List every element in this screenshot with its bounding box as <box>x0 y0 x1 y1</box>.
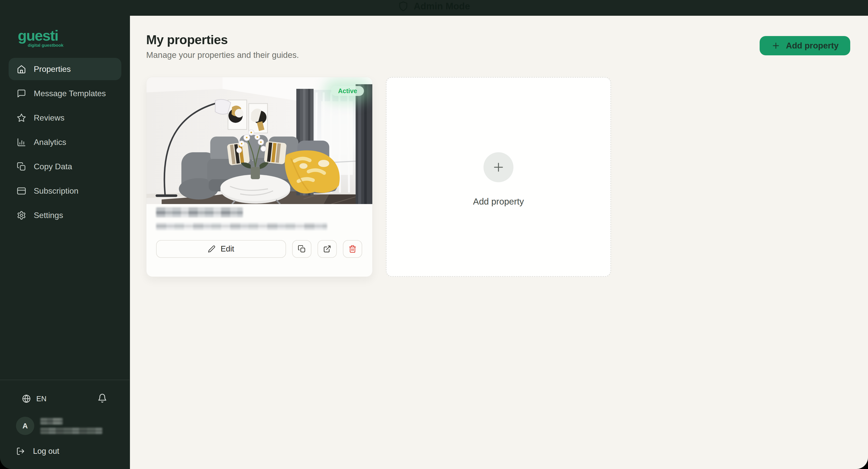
redacted-user-name <box>40 418 63 425</box>
status-badge: Active <box>331 86 364 96</box>
property-card-body: Edit <box>147 204 372 258</box>
property-card-grid: Active Edit <box>146 77 611 277</box>
sidebar-item-label: Subscription <box>34 186 79 196</box>
credit-card-icon <box>17 186 26 196</box>
language-selector[interactable]: EN <box>22 395 46 403</box>
external-link-icon <box>323 245 331 253</box>
logout-button[interactable]: Log out <box>16 447 59 456</box>
user-profile: A <box>16 417 102 435</box>
add-property-button-label: Add property <box>786 41 839 51</box>
avatar: A <box>16 417 34 435</box>
property-photo: Active <box>147 77 372 204</box>
sidebar-item-settings[interactable]: Settings <box>9 204 121 226</box>
shield-icon <box>398 1 409 12</box>
main-content: My properties Manage your properties and… <box>130 16 868 469</box>
property-card: Active Edit <box>146 77 373 277</box>
add-property-card-label: Add property <box>473 196 524 207</box>
sidebar-item-label: Analytics <box>34 137 66 147</box>
page-title: My properties <box>146 32 228 47</box>
redacted-user-email <box>40 428 102 434</box>
page-subtitle: Manage your properties and their guides. <box>146 50 299 60</box>
gear-icon <box>17 211 26 220</box>
sidebar-item-label: Copy Data <box>34 162 72 171</box>
sidebar-item-message-templates[interactable]: Message Templates <box>9 82 121 104</box>
open-guide-button[interactable] <box>317 240 337 258</box>
sidebar-item-subscription[interactable]: Subscription <box>9 180 121 202</box>
property-card-actions: Edit <box>156 240 362 258</box>
logout-icon <box>16 447 25 456</box>
logo-text: guesti <box>18 27 63 44</box>
pencil-icon <box>208 245 215 253</box>
trash-icon <box>348 245 356 253</box>
sidebar-nav: Properties Message Templates Reviews Ana… <box>0 58 130 228</box>
sidebar-item-properties[interactable]: Properties <box>9 58 121 80</box>
sidebar-item-analytics[interactable]: Analytics <box>9 131 121 153</box>
sidebar-item-copy-data[interactable]: Copy Data <box>9 155 121 178</box>
message-icon <box>17 89 26 98</box>
logout-label: Log out <box>33 447 59 456</box>
living-room-photo <box>147 77 372 204</box>
sidebar-item-label: Reviews <box>34 113 64 123</box>
bell-icon <box>97 394 107 403</box>
star-icon <box>17 113 26 123</box>
avatar-letter: A <box>23 422 28 430</box>
delete-property-button[interactable] <box>343 240 362 258</box>
redacted-property-address <box>156 223 327 230</box>
home-icon <box>17 64 26 74</box>
app-window: Admin Mode guesti digital guestbook Prop… <box>0 0 868 469</box>
sidebar-item-reviews[interactable]: Reviews <box>9 106 121 129</box>
language-label: EN <box>36 395 46 403</box>
add-property-card[interactable]: Add property <box>386 77 611 277</box>
edit-button[interactable]: Edit <box>156 240 286 258</box>
edit-button-label: Edit <box>221 244 234 253</box>
sidebar-item-label: Message Templates <box>34 89 106 98</box>
user-name-redacted <box>40 418 102 434</box>
plus-icon <box>771 41 780 50</box>
globe-icon <box>22 395 31 403</box>
sidebar-item-label: Properties <box>34 64 71 74</box>
add-property-button[interactable]: Add property <box>760 36 850 55</box>
plus-circle[interactable] <box>484 152 514 182</box>
copy-icon <box>17 162 26 171</box>
admin-mode-indicator: Admin Mode <box>398 1 470 12</box>
copy-icon <box>298 245 306 253</box>
logo: guesti digital guestbook <box>18 27 63 48</box>
app-screen: Admin Mode guesti digital guestbook Prop… <box>0 0 868 469</box>
bar-chart-icon <box>17 137 26 147</box>
sidebar-footer: EN A Log out <box>0 380 129 469</box>
sidebar-item-label: Settings <box>34 211 63 220</box>
redacted-property-title <box>156 208 243 217</box>
plus-icon <box>492 160 505 174</box>
sidebar: guesti digital guestbook Properties Mess… <box>0 0 130 469</box>
duplicate-property-button[interactable] <box>292 240 311 258</box>
notifications-button[interactable] <box>97 394 107 404</box>
admin-mode-label: Admin Mode <box>414 1 470 12</box>
